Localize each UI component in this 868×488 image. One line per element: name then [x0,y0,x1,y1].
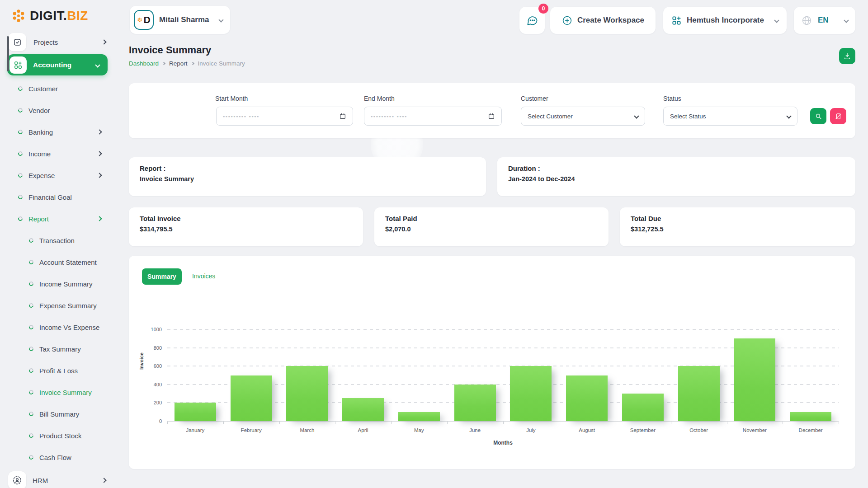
globe-icon [801,15,812,26]
bar-march [286,366,328,421]
download-button[interactable] [839,48,855,64]
sidebar-item-hrm[interactable]: HRM [8,470,111,488]
x-tick-april: April [335,427,391,433]
x-axis-tick [391,422,392,424]
y-tick-400: 400 [154,382,162,387]
bar-july [510,366,552,421]
x-tick-july: July [503,427,559,433]
total-paid-label: Total Paid [385,215,417,222]
sidebar-item-cash-flow[interactable]: Cash Flow [0,446,117,468]
report-value: Invoice Summary [140,175,194,183]
bar-september [622,394,664,421]
gridline-1000 [167,329,839,330]
bullet-icon [28,454,34,460]
status-select-value: Select Status [670,113,706,120]
tab-invoices[interactable]: Invoices [192,272,215,280]
sidebar-item-label: Banking [28,128,53,136]
sidebar-scrollbar[interactable] [7,36,9,71]
calendar-icon[interactable] [339,113,346,120]
sidebar-item-income-vs-expense[interactable]: Income Vs Expense [0,316,117,338]
sidebar-item-transaction[interactable]: Transaction [0,230,117,251]
sidebar-item-product-stock[interactable]: Product Stock [0,425,117,446]
y-tick-200: 200 [154,400,162,405]
bar-october [678,366,720,421]
create-workspace-button[interactable]: Create Workspace [550,7,656,34]
total-invoice-label: Total Invoice [140,215,181,222]
language-selector[interactable]: EN [794,7,855,34]
sidebar-item-label: Cash Flow [39,454,71,461]
sidebar-item-income-summary[interactable]: Income Summary [0,273,117,295]
start-month-label: Start Month [215,95,248,102]
duration-label: Duration : [508,164,540,172]
total-invoice-card: Total Invoice $314,795.5 [129,207,363,246]
bar-may [398,412,440,421]
chevron-right-icon [101,39,106,44]
workspace-selector[interactable]: Hemtush Incorporate [663,7,787,34]
sidebar-item-expense-summary[interactable]: Expense Summary [0,295,117,316]
breadcrumb-report[interactable]: Report [169,60,188,67]
y-tick-600: 600 [154,363,162,369]
sidebar-item-label: Income Vs Expense [39,324,99,331]
accounting-grid-icon [9,56,27,74]
chart-y-axis-label: Invoice [139,352,144,370]
create-workspace-label: Create Workspace [577,16,644,25]
clear-filter-icon [835,113,842,120]
calendar-icon[interactable] [488,113,495,120]
sidebar-item-account-statement[interactable]: Account Statement [0,251,117,273]
sidebar-item-expense[interactable]: Expense [0,164,117,186]
x-axis-tick [223,422,224,424]
sidebar-item-label: Expense Summary [39,302,97,310]
bullet-icon [17,150,24,157]
report-label: Report : [140,164,166,172]
chevron-down-icon [774,18,779,23]
customer-select[interactable]: Select Customer [521,107,645,126]
sidebar-item-report[interactable]: Report [0,208,117,230]
projects-checkbox-icon [8,33,26,51]
brand-logo-icon [11,8,26,23]
start-month-input[interactable]: --------- ---- [216,107,353,126]
bar-april [342,398,384,421]
sidebar-item-profit-loss[interactable]: Profit & Loss [0,360,117,381]
x-axis-tick [559,422,559,424]
y-tick-1000: 1000 [151,327,162,332]
sidebar-item-accounting[interactable]: Accounting [7,54,108,75]
chevron-down-icon [95,62,100,67]
bar-december [790,412,831,421]
sidebar-item-projects[interactable]: Projects [8,32,111,52]
status-select[interactable]: Select Status [663,107,797,126]
total-paid-card: Total Paid $2,070.0 [374,207,609,246]
x-axis-tick [167,422,168,424]
bullet-icon [17,107,24,113]
sidebar-item-invoice-summary[interactable]: Invoice Summary [0,381,117,403]
chevron-right-icon [97,129,102,134]
sidebar-item-financial-goal[interactable]: Financial Goal [0,186,117,208]
sidebar-item-vendor[interactable]: Vendor [0,99,117,121]
user-menu[interactable]: D Mitali Sharma [130,6,230,34]
report-info-card: Report : Invoice Summary [129,157,486,196]
bar-august [566,375,608,422]
end-month-input[interactable]: --------- ---- [364,107,502,126]
sidebar-item-customer[interactable]: Customer [0,78,117,99]
app-screen: DIGIT.BIZ Projects Accounting Customer V… [0,0,868,488]
y-tick-0: 0 [159,418,162,424]
sidebar-item-income[interactable]: Income [0,143,117,164]
chat-button[interactable]: 0 [519,7,545,34]
tab-summary[interactable]: Summary [142,268,182,285]
sidebar-item-tax-summary[interactable]: Tax Summary [0,338,117,360]
bullet-icon [28,346,34,352]
brand-logo[interactable]: DIGIT.BIZ [11,8,88,23]
chevron-right-icon [97,216,102,221]
reset-filter-button[interactable] [830,108,846,124]
y-tick-800: 800 [154,345,162,351]
apply-filter-button[interactable] [810,108,826,124]
breadcrumb-dashboard[interactable]: Dashboard [129,60,159,67]
x-axis-tick [447,422,448,424]
sidebar-item-banking[interactable]: Banking [0,121,117,143]
sidebar-item-bill-summary[interactable]: Bill Summary [0,403,117,425]
chevron-right-icon [97,151,102,156]
sidebar-item-label: Projects [33,38,58,46]
chevron-right-icon [101,478,106,483]
duration-info-card: Duration : Jan-2024 to Dec-2024 [497,157,855,196]
summary-chart-card: Summary Invoices Invoice 020040060080010… [129,256,855,469]
sidebar-menu: Customer Vendor Banking Income Expense F… [0,78,117,468]
